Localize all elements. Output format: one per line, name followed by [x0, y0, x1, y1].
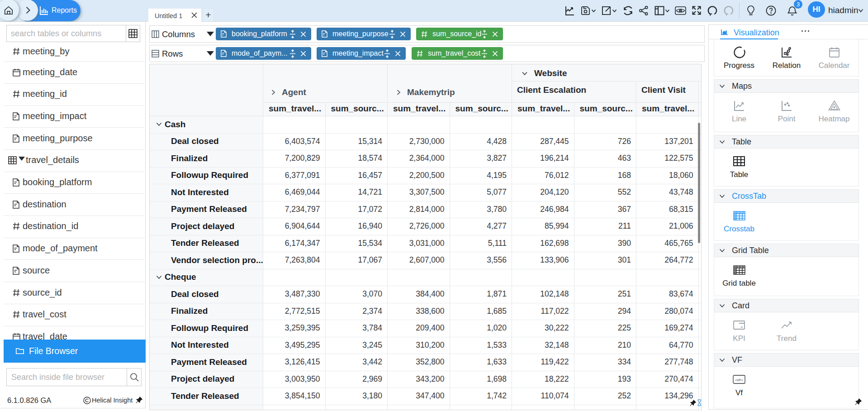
svg-text:<VF>: <VF> [735, 378, 743, 382]
